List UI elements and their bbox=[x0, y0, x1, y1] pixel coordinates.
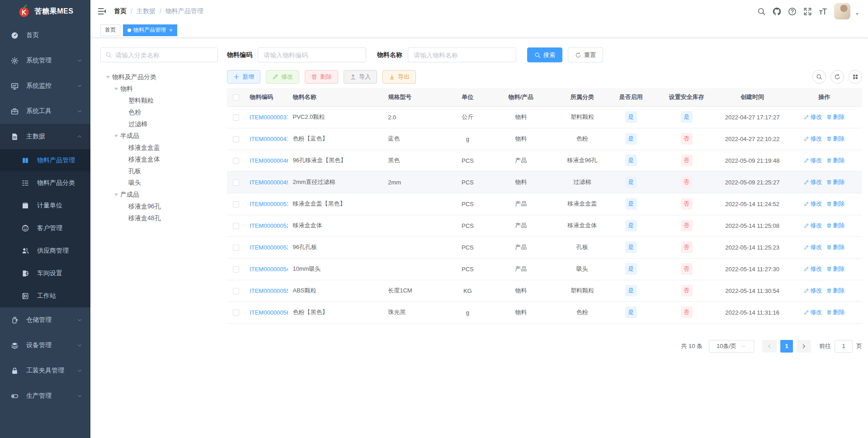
chevron-down-icon[interactable] bbox=[854, 11, 860, 17]
tree-node[interactable]: 移液盒盒盖 bbox=[100, 142, 218, 154]
item-code-link[interactable]: ITEM00000049 bbox=[250, 179, 288, 186]
sidebar-subitem-material-product-mgmt[interactable]: 物料产品管理 bbox=[0, 149, 90, 172]
tree-node[interactable]: 产成品 bbox=[100, 189, 218, 201]
reset-button[interactable]: 重置 bbox=[568, 47, 603, 62]
next-page-button[interactable] bbox=[797, 340, 811, 353]
tree-node[interactable]: 塑料颗粒 bbox=[100, 95, 218, 107]
edit-link[interactable]: 修改 bbox=[804, 156, 822, 165]
delete-link[interactable]: 删除 bbox=[826, 135, 844, 143]
edit-link[interactable]: 修改 bbox=[804, 135, 822, 143]
item-code-link[interactable]: ITEM00000041 bbox=[250, 136, 288, 142]
breadcrumb-item[interactable]: 主数据 bbox=[137, 7, 156, 15]
tree-expand-caret-icon[interactable] bbox=[112, 135, 120, 137]
sidebar-item-home[interactable]: 首页 bbox=[0, 23, 90, 48]
item-code-link[interactable]: ITEM00000046 bbox=[250, 157, 288, 164]
select-all-checkbox[interactable] bbox=[233, 94, 239, 101]
row-checkbox[interactable] bbox=[233, 179, 239, 186]
tree-expand-caret-icon[interactable] bbox=[104, 76, 112, 79]
github-icon[interactable] bbox=[773, 7, 781, 16]
sidebar-item-system-tools[interactable]: 系统工具 bbox=[0, 99, 90, 124]
sidebar-subitem-measure-unit[interactable]: 计量单位 bbox=[0, 194, 90, 217]
delete-link[interactable]: 删除 bbox=[826, 243, 844, 251]
tree-node[interactable]: 色粉 bbox=[100, 107, 218, 118]
row-checkbox[interactable] bbox=[233, 266, 239, 273]
add-button[interactable]: 新增 bbox=[227, 70, 260, 84]
sidebar-item-warehouse-mgmt[interactable]: 仓储管理 bbox=[0, 307, 90, 333]
sidebar-item-system-monitor[interactable]: 系统监控 bbox=[0, 73, 90, 99]
close-icon[interactable]: × bbox=[169, 27, 173, 33]
page-size-select[interactable]: 10条/页 bbox=[709, 340, 754, 353]
delete-button[interactable]: 删除 bbox=[305, 70, 338, 84]
tree-node[interactable]: 吸头 bbox=[100, 177, 218, 189]
tree-node[interactable]: 移液盒盒体 bbox=[100, 154, 218, 165]
tab-material-product-mgmt[interactable]: 物料产品管理× bbox=[123, 24, 177, 36]
goto-page-input[interactable] bbox=[835, 340, 853, 353]
edit-link[interactable]: 修改 bbox=[804, 221, 822, 230]
sidebar-item-master-data[interactable]: 主数据 bbox=[0, 124, 90, 149]
row-checkbox[interactable] bbox=[233, 158, 239, 164]
help-icon[interactable] bbox=[788, 7, 797, 16]
item-code-link[interactable]: ITEM00000054 bbox=[250, 266, 288, 273]
edit-link[interactable]: 修改 bbox=[804, 265, 822, 273]
delete-link[interactable]: 删除 bbox=[826, 156, 844, 165]
row-checkbox[interactable] bbox=[233, 310, 239, 316]
delete-link[interactable]: 删除 bbox=[826, 178, 844, 186]
app-logo[interactable]: 苦糖果MES bbox=[0, 0, 90, 23]
font-size-icon[interactable] bbox=[819, 7, 827, 16]
user-avatar[interactable] bbox=[834, 3, 850, 19]
delete-link[interactable]: 删除 bbox=[826, 200, 844, 208]
tree-node[interactable]: 移液盒96孔 bbox=[100, 201, 218, 212]
search-icon[interactable] bbox=[757, 7, 766, 16]
import-button[interactable]: 导入 bbox=[344, 70, 377, 84]
item-code-link[interactable]: ITEM00000055 bbox=[250, 287, 288, 294]
search-button[interactable]: 搜索 bbox=[527, 47, 562, 62]
tree-node[interactable]: 孔板 bbox=[100, 165, 218, 177]
sidebar-subitem-workshop-settings[interactable]: 车间设置 bbox=[0, 262, 90, 285]
edit-link[interactable]: 修改 bbox=[804, 200, 822, 208]
sidebar-subitem-supplier-mgmt[interactable]: 供应商管理 bbox=[0, 240, 90, 262]
tree-node[interactable]: 物料及产品分类 bbox=[100, 71, 218, 83]
item-code-link[interactable]: ITEM00000053 bbox=[250, 244, 288, 251]
prev-page-button[interactable] bbox=[762, 340, 777, 353]
tree-expand-caret-icon[interactable] bbox=[112, 193, 120, 196]
breadcrumb-item[interactable]: 首页 bbox=[114, 7, 127, 15]
tab-home[interactable]: 首页 bbox=[100, 24, 120, 36]
row-checkbox[interactable] bbox=[233, 245, 239, 251]
row-checkbox[interactable] bbox=[233, 288, 239, 294]
item-code-link[interactable]: ITEM00000037 bbox=[250, 114, 288, 121]
category-search-input[interactable] bbox=[115, 52, 213, 59]
item-code-link[interactable]: ITEM00000051 bbox=[250, 201, 288, 207]
row-checkbox[interactable] bbox=[233, 223, 239, 229]
tree-node[interactable]: 半成品 bbox=[100, 130, 218, 142]
edit-link[interactable]: 修改 bbox=[804, 308, 822, 316]
sidebar-subitem-material-product-category[interactable]: 物料产品分类 bbox=[0, 172, 90, 194]
table-search-toggle-button[interactable] bbox=[812, 70, 826, 84]
table-refresh-button[interactable] bbox=[830, 70, 844, 84]
sidebar-subitem-workstation[interactable]: 工作站 bbox=[0, 285, 90, 307]
sidebar-item-equipment-mgmt[interactable]: 设备管理 bbox=[0, 333, 90, 358]
delete-link[interactable]: 删除 bbox=[826, 113, 844, 121]
code-filter-input[interactable] bbox=[258, 47, 366, 62]
edit-link[interactable]: 修改 bbox=[804, 113, 822, 121]
sidebar-item-system-admin[interactable]: 系统管理 bbox=[0, 48, 90, 73]
delete-link[interactable]: 删除 bbox=[826, 265, 844, 273]
row-checkbox[interactable] bbox=[233, 114, 239, 121]
tree-node[interactable]: 移液盒48孔 bbox=[100, 212, 218, 224]
row-checkbox[interactable] bbox=[233, 136, 239, 142]
tree-node[interactable]: 物料 bbox=[100, 83, 218, 95]
edit-link[interactable]: 修改 bbox=[804, 243, 822, 251]
delete-link[interactable]: 删除 bbox=[826, 287, 844, 295]
delete-link[interactable]: 删除 bbox=[826, 308, 844, 316]
edit-link[interactable]: 修改 bbox=[804, 178, 822, 186]
sidebar-item-tooling-mgmt[interactable]: 工装夹具管理 bbox=[0, 358, 90, 383]
name-filter-input[interactable] bbox=[408, 47, 516, 62]
delete-link[interactable]: 删除 bbox=[826, 221, 844, 230]
item-code-link[interactable]: ITEM00000052 bbox=[250, 222, 288, 229]
edit-button[interactable]: 修改 bbox=[266, 70, 299, 84]
sidebar-subitem-customer-mgmt[interactable]: 客户管理 bbox=[0, 217, 90, 240]
sidebar-item-production-mgmt[interactable]: 生产管理 bbox=[0, 383, 90, 409]
hamburger-icon[interactable] bbox=[98, 7, 107, 16]
tree-expand-caret-icon[interactable] bbox=[112, 88, 120, 90]
item-code-link[interactable]: ITEM00000056 bbox=[250, 309, 288, 316]
fullscreen-icon[interactable] bbox=[803, 7, 812, 16]
